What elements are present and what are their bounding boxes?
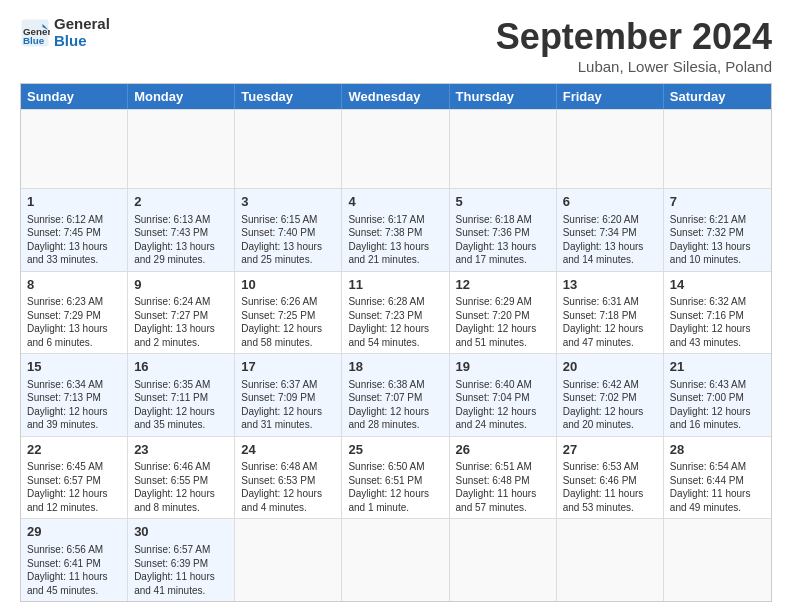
- calendar-cell-empty: [557, 110, 664, 188]
- day-number: 22: [27, 441, 121, 459]
- day-info-line: Daylight: 13 hours: [27, 322, 121, 336]
- day-info-line: Sunset: 7:02 PM: [563, 391, 657, 405]
- calendar-cell: 29Sunrise: 6:56 AMSunset: 6:41 PMDayligh…: [21, 519, 128, 601]
- logo: General Blue General Blue: [20, 16, 110, 49]
- day-info-line: Sunrise: 6:17 AM: [348, 213, 442, 227]
- day-info-line: Sunrise: 6:54 AM: [670, 460, 765, 474]
- day-info-line: Sunset: 6:39 PM: [134, 557, 228, 571]
- day-info-line: and 4 minutes.: [241, 501, 335, 515]
- location: Luban, Lower Silesia, Poland: [496, 58, 772, 75]
- day-info-line: Daylight: 12 hours: [563, 405, 657, 419]
- calendar-header-cell: Sunday: [21, 84, 128, 109]
- day-info-line: and 51 minutes.: [456, 336, 550, 350]
- day-info-line: Sunset: 7:23 PM: [348, 309, 442, 323]
- day-info-line: Sunset: 6:57 PM: [27, 474, 121, 488]
- day-info-line: Daylight: 12 hours: [27, 405, 121, 419]
- day-info-line: and 1 minute.: [348, 501, 442, 515]
- day-info-line: Sunset: 7:18 PM: [563, 309, 657, 323]
- day-info-line: Sunset: 7:07 PM: [348, 391, 442, 405]
- calendar-cell: 10Sunrise: 6:26 AMSunset: 7:25 PMDayligh…: [235, 272, 342, 354]
- day-info-line: Sunset: 6:41 PM: [27, 557, 121, 571]
- calendar-cell-empty: [128, 110, 235, 188]
- calendar-cell: 5Sunrise: 6:18 AMSunset: 7:36 PMDaylight…: [450, 189, 557, 271]
- title-block: September 2024 Luban, Lower Silesia, Pol…: [496, 16, 772, 75]
- calendar-cell-empty: [21, 110, 128, 188]
- day-number: 29: [27, 523, 121, 541]
- day-info-line: Sunset: 7:16 PM: [670, 309, 765, 323]
- day-info-line: Sunset: 7:00 PM: [670, 391, 765, 405]
- day-info-line: Sunset: 7:32 PM: [670, 226, 765, 240]
- calendar-cell: 14Sunrise: 6:32 AMSunset: 7:16 PMDayligh…: [664, 272, 771, 354]
- day-info-line: Sunset: 7:29 PM: [27, 309, 121, 323]
- calendar-cell-empty: [450, 110, 557, 188]
- day-info-line: Sunrise: 6:56 AM: [27, 543, 121, 557]
- day-info-line: and 57 minutes.: [456, 501, 550, 515]
- calendar-cell: 11Sunrise: 6:28 AMSunset: 7:23 PMDayligh…: [342, 272, 449, 354]
- day-info-line: and 58 minutes.: [241, 336, 335, 350]
- calendar-cell-empty: [235, 110, 342, 188]
- calendar-header-cell: Tuesday: [235, 84, 342, 109]
- day-info-line: Daylight: 12 hours: [241, 322, 335, 336]
- calendar-body: 1Sunrise: 6:12 AMSunset: 7:45 PMDaylight…: [21, 109, 771, 601]
- day-info-line: Sunrise: 6:12 AM: [27, 213, 121, 227]
- day-info-line: and 21 minutes.: [348, 253, 442, 267]
- calendar-cell: 16Sunrise: 6:35 AMSunset: 7:11 PMDayligh…: [128, 354, 235, 436]
- calendar-cell: 25Sunrise: 6:50 AMSunset: 6:51 PMDayligh…: [342, 437, 449, 519]
- day-info-line: Sunrise: 6:40 AM: [456, 378, 550, 392]
- day-info-line: Sunrise: 6:57 AM: [134, 543, 228, 557]
- calendar-cell: 3Sunrise: 6:15 AMSunset: 7:40 PMDaylight…: [235, 189, 342, 271]
- calendar-cell-empty: [342, 110, 449, 188]
- svg-text:Blue: Blue: [23, 35, 45, 46]
- day-info-line: Daylight: 12 hours: [348, 487, 442, 501]
- calendar-cell: 2Sunrise: 6:13 AMSunset: 7:43 PMDaylight…: [128, 189, 235, 271]
- day-info-line: Daylight: 13 hours: [348, 240, 442, 254]
- day-info-line: Sunset: 6:44 PM: [670, 474, 765, 488]
- day-info-line: Daylight: 12 hours: [27, 487, 121, 501]
- day-info-line: Sunset: 6:51 PM: [348, 474, 442, 488]
- day-info-line: Daylight: 12 hours: [563, 322, 657, 336]
- calendar: SundayMondayTuesdayWednesdayThursdayFrid…: [20, 83, 772, 602]
- day-info-line: Daylight: 13 hours: [456, 240, 550, 254]
- day-info-line: Daylight: 13 hours: [241, 240, 335, 254]
- day-info-line: Sunset: 7:04 PM: [456, 391, 550, 405]
- day-info-line: Daylight: 12 hours: [134, 405, 228, 419]
- day-number: 3: [241, 193, 335, 211]
- calendar-cell-empty: [342, 519, 449, 601]
- header: General Blue General Blue September 2024…: [20, 16, 772, 75]
- day-info-line: and 47 minutes.: [563, 336, 657, 350]
- day-number: 1: [27, 193, 121, 211]
- logo-text-general: General: [54, 16, 110, 33]
- calendar-cell: 18Sunrise: 6:38 AMSunset: 7:07 PMDayligh…: [342, 354, 449, 436]
- day-info-line: and 17 minutes.: [456, 253, 550, 267]
- day-info-line: Sunrise: 6:32 AM: [670, 295, 765, 309]
- day-info-line: Daylight: 12 hours: [348, 322, 442, 336]
- day-info-line: Sunset: 7:34 PM: [563, 226, 657, 240]
- day-number: 19: [456, 358, 550, 376]
- calendar-header-cell: Monday: [128, 84, 235, 109]
- day-info-line: Daylight: 12 hours: [670, 322, 765, 336]
- day-info-line: Sunrise: 6:20 AM: [563, 213, 657, 227]
- day-info-line: and 31 minutes.: [241, 418, 335, 432]
- day-info-line: Sunrise: 6:42 AM: [563, 378, 657, 392]
- day-info-line: Sunrise: 6:31 AM: [563, 295, 657, 309]
- day-number: 21: [670, 358, 765, 376]
- day-info-line: Sunrise: 6:28 AM: [348, 295, 442, 309]
- calendar-cell: 6Sunrise: 6:20 AMSunset: 7:34 PMDaylight…: [557, 189, 664, 271]
- calendar-cell-empty: [450, 519, 557, 601]
- day-info-line: Daylight: 13 hours: [134, 322, 228, 336]
- calendar-header: SundayMondayTuesdayWednesdayThursdayFrid…: [21, 84, 771, 109]
- day-info-line: Sunset: 7:20 PM: [456, 309, 550, 323]
- day-number: 7: [670, 193, 765, 211]
- day-info-line: Sunset: 7:43 PM: [134, 226, 228, 240]
- day-info-line: Daylight: 12 hours: [241, 487, 335, 501]
- calendar-cell: 28Sunrise: 6:54 AMSunset: 6:44 PMDayligh…: [664, 437, 771, 519]
- day-info-line: Sunset: 7:25 PM: [241, 309, 335, 323]
- day-number: 20: [563, 358, 657, 376]
- calendar-cell: 30Sunrise: 6:57 AMSunset: 6:39 PMDayligh…: [128, 519, 235, 601]
- day-info-line: Sunset: 7:38 PM: [348, 226, 442, 240]
- day-info-line: Daylight: 11 hours: [27, 570, 121, 584]
- day-info-line: and 24 minutes.: [456, 418, 550, 432]
- calendar-cell: 13Sunrise: 6:31 AMSunset: 7:18 PMDayligh…: [557, 272, 664, 354]
- day-info-line: Daylight: 13 hours: [27, 240, 121, 254]
- day-number: 13: [563, 276, 657, 294]
